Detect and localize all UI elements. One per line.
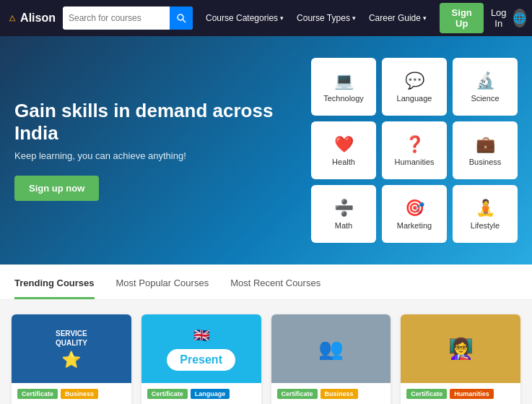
course-badge: Language <box>191 389 230 399</box>
course-tabs: Trending CoursesMost Popular CoursesMost… <box>14 278 518 299</box>
hero-section: Gain skills in demand across India Keep … <box>0 36 532 265</box>
category-label: Lifestyle <box>471 221 500 230</box>
course-badge: Certificate <box>17 389 58 399</box>
category-label: Math <box>335 221 352 230</box>
language-selector[interactable]: 🌐 <box>513 9 526 27</box>
category-label: Business <box>469 158 502 166</box>
category-card[interactable]: 🔬 Science <box>453 58 518 116</box>
course-badge: Business <box>61 389 98 399</box>
category-card[interactable]: 🧘 Lifestyle <box>453 185 518 243</box>
course-badge: Certificate <box>277 389 318 399</box>
category-card[interactable]: ➗ Math <box>311 185 376 243</box>
course-tab[interactable]: Most Popular Courses <box>116 278 209 299</box>
tabs-section: Trending CoursesMost Popular CoursesMost… <box>0 265 532 300</box>
category-label: Science <box>471 94 499 103</box>
course-badge: Certificate <box>147 389 188 399</box>
header-actions: Sign Up Log In 🌐 <box>440 3 526 33</box>
search-button[interactable] <box>170 7 193 30</box>
header-login-button[interactable]: Log In <box>489 7 507 29</box>
courses-grid: SERVICEQUALITY ⭐ CertificateBusiness Int… <box>12 314 520 404</box>
category-card[interactable]: ❤️ Health <box>311 121 376 179</box>
category-card[interactable]: 💻 Technology <box>311 58 376 116</box>
course-thumbnail: 👩‍🏫 <box>401 314 520 383</box>
badge-row: CertificateBusiness <box>17 389 126 399</box>
logo[interactable]: Alison <box>9 8 56 28</box>
courses-section: SERVICEQUALITY ⭐ CertificateBusiness Int… <box>0 300 532 404</box>
chevron-down-icon: ▾ <box>352 14 356 22</box>
category-icon: 💬 <box>405 72 424 90</box>
svg-line-3 <box>183 20 186 22</box>
course-body: CertificateBusiness Organizational Chang… <box>271 383 391 404</box>
category-icon: 💻 <box>334 72 354 90</box>
category-card[interactable]: 💼 Business <box>453 121 518 179</box>
category-card[interactable]: ❓ Humanities <box>382 121 447 179</box>
hero-title: Gain skills in demand across India <box>14 100 297 145</box>
category-icon: ➗ <box>334 199 354 218</box>
badge-row: CertificateLanguage <box>147 389 256 399</box>
category-label: Marketing <box>397 221 432 230</box>
category-label: Humanities <box>394 158 434 166</box>
nav-career-guide[interactable]: Career Guide ▾ <box>363 9 432 27</box>
course-thumbnail: SERVICEQUALITY ⭐ <box>12 314 131 383</box>
course-card[interactable]: SERVICEQUALITY ⭐ CertificateBusiness Int… <box>12 314 131 404</box>
course-body: CertificateBusiness Introduction to Serv… <box>12 383 131 404</box>
category-card[interactable]: 💬 Language <box>382 58 447 116</box>
logo-icon <box>9 8 16 28</box>
nav-course-types[interactable]: Course Types ▾ <box>291 9 362 27</box>
category-label: Health <box>332 158 355 166</box>
course-body: CertificateHumanities Working with Stude… <box>401 383 520 404</box>
course-badge: Humanities <box>450 389 494 399</box>
chevron-down-icon: ▾ <box>280 14 284 22</box>
category-icon: 🔬 <box>476 72 495 90</box>
nav-course-categories[interactable]: Course Categories ▾ <box>200 9 289 27</box>
hero-content: Gain skills in demand across India Keep … <box>14 100 311 201</box>
course-thumbnail: 👥 <box>271 314 391 383</box>
course-card[interactable]: 👩‍🏫 CertificateHumanities Working with S… <box>401 314 520 404</box>
category-icon: 💼 <box>476 135 495 154</box>
badge-row: CertificateBusiness <box>277 389 385 399</box>
search-input[interactable] <box>63 7 170 30</box>
category-icon: ❤️ <box>334 135 354 154</box>
badge-row: CertificateHumanities <box>406 389 515 399</box>
course-card[interactable]: 👥 CertificateBusiness Organizational Cha… <box>271 314 391 404</box>
category-card[interactable]: 🎯 Marketing <box>382 185 447 243</box>
header-signup-button[interactable]: Sign Up <box>440 3 484 33</box>
course-tab[interactable]: Most Recent Courses <box>230 278 320 299</box>
category-icon: 🧘 <box>476 199 495 218</box>
category-label: Technology <box>323 94 364 103</box>
category-grid: 💻 Technology 💬 Language 🔬 Science ❤️ Hea… <box>311 58 518 243</box>
course-badge: Business <box>320 389 358 399</box>
course-body: CertificateLanguage English Course - Inf… <box>141 383 261 404</box>
svg-point-2 <box>178 14 183 20</box>
main-nav: Course Categories ▾ Course Types ▾ Caree… <box>200 9 432 27</box>
search-box[interactable] <box>63 7 193 30</box>
chevron-down-icon: ▾ <box>423 14 427 22</box>
course-tab[interactable]: Trending Courses <box>14 278 95 299</box>
category-icon: ❓ <box>405 135 424 154</box>
course-card[interactable]: 🇬🇧 Present CertificateLanguage English C… <box>141 314 261 404</box>
hero-subtitle: Keep learning, you can achieve anything! <box>14 150 297 161</box>
search-icon <box>176 13 186 23</box>
category-icon: 🎯 <box>405 199 424 218</box>
hero-signup-button[interactable]: Sign up now <box>14 176 99 201</box>
course-badge: Certificate <box>406 389 447 399</box>
logo-text: Alison <box>20 12 56 25</box>
course-thumbnail: 🇬🇧 Present <box>141 314 261 383</box>
header: Alison Course Categories ▾ Course Types … <box>0 0 532 36</box>
category-label: Language <box>397 94 432 103</box>
